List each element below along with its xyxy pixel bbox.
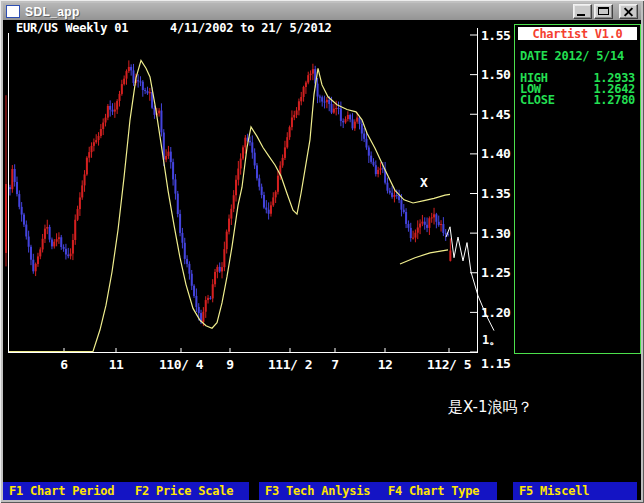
menu-f5-miscell[interactable]: F5 Miscell xyxy=(513,482,637,500)
titlebar[interactable]: SDL_app xyxy=(3,3,641,20)
quote-info-panel: Chartist V1.0 DATE 2012/ 5/14 HIGH 1.293… xyxy=(514,24,641,354)
app-icon[interactable] xyxy=(6,5,20,18)
chart-date-range: 4/11/2002 to 21/ 5/2012 xyxy=(170,21,332,35)
menu-f1-chart-period[interactable]: F1 Chart Period xyxy=(3,482,129,500)
wave-question-annotation: 是X-1浪吗？ xyxy=(448,398,533,417)
maximize-icon xyxy=(598,7,609,15)
menu-f2-price-scale[interactable]: F2 Price Scale xyxy=(129,482,249,500)
menu-f3-tech-analysis[interactable]: F3 Tech Anlysis xyxy=(259,482,382,500)
menu-f4-chart-type[interactable]: F4 Chart Type xyxy=(382,482,497,500)
quote-date: DATE 2012/ 5/14 xyxy=(520,49,640,63)
quote-value: 1.2780 xyxy=(593,95,635,106)
close-button[interactable] xyxy=(619,4,638,19)
minimize-icon xyxy=(577,14,585,16)
app-name-banner: Chartist V1.0 xyxy=(518,27,637,40)
maximize-button[interactable] xyxy=(594,4,613,19)
chart-symbol-label: EUR/US Weekly 01 xyxy=(16,21,128,35)
window-title: SDL_app xyxy=(25,5,80,19)
window-controls xyxy=(571,4,638,19)
minimize-button[interactable] xyxy=(573,4,592,19)
quote-label: CLOSE xyxy=(520,95,555,106)
quote-rows: HIGH 1.2933 LOW 1.2642 CLOSE 1.2780 xyxy=(520,73,635,106)
app-window: SDL_app 1.551.501.451.401.351.301.251.20… xyxy=(0,0,644,503)
quote-row-close: CLOSE 1.2780 xyxy=(520,95,635,106)
